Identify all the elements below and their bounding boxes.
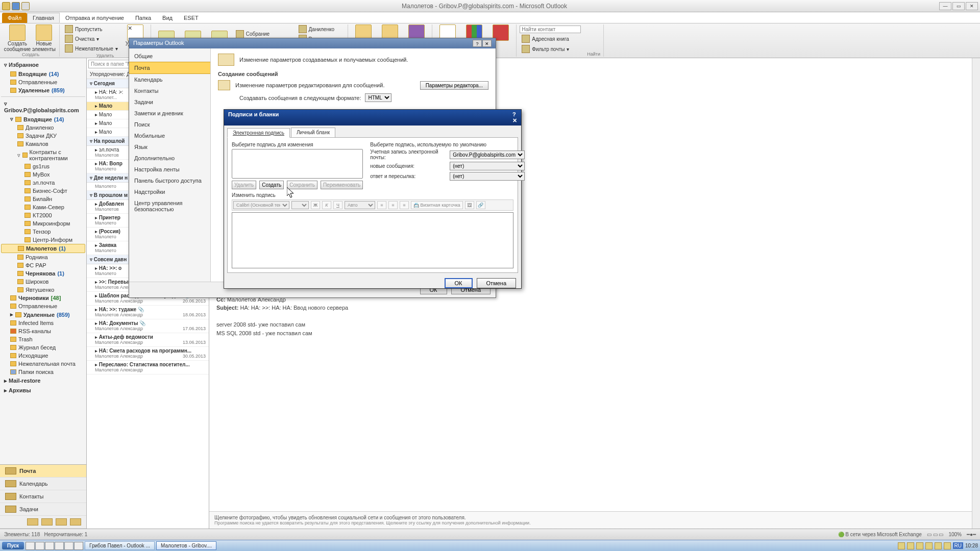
start-button[interactable]: Пуск [2,542,24,549]
close-button[interactable]: ✕ [966,2,978,10]
folder-chernyakova[interactable]: Чернякова (1) [1,269,85,278]
close-button[interactable]: ✕ [482,40,492,47]
folder-maloletov[interactable]: Малолетов (1) [1,244,85,253]
picture-button[interactable]: 🖼 [465,201,474,209]
opt-nav-mobile[interactable]: Мобильные [129,130,210,141]
folder-gs1rus[interactable]: gs1rus [1,162,85,170]
ql-icon[interactable] [74,542,83,550]
editor-options-button[interactable]: Параметры редактора... [420,81,488,90]
tray-icon[interactable] [898,542,905,549]
folder-deleted[interactable]: ▸ Удаленные (859) [1,310,85,319]
italic-button[interactable]: К [322,201,331,209]
folder-journal[interactable]: Журнал бесед [1,343,85,352]
folder-tensor[interactable]: Тензор [1,228,85,236]
meeting-button[interactable]: Собрание [234,30,295,39]
tab-folder[interactable]: Папка [130,13,157,23]
save-icon[interactable] [12,2,20,10]
ql-icon[interactable] [55,542,64,550]
folder-kamisever[interactable]: Ками-Север [1,203,85,211]
folder-sent[interactable]: Отправленные [1,302,85,310]
align-right-button[interactable]: ≡ [400,201,409,209]
folder-danilenko[interactable]: Даниленко [1,123,85,132]
ql-icon[interactable] [45,542,54,550]
folder-search[interactable]: Папки поиска [1,368,85,376]
nav-contacts-button[interactable]: Контакты [0,490,86,503]
sig-titlebar[interactable]: Подписи и бланки ?✕ [224,110,521,126]
nav-mail-button[interactable]: Почта [0,465,86,478]
fav-deleted[interactable]: Удаленные (859) [1,86,85,94]
folder-microinform[interactable]: Микроинформ [1,219,85,228]
tab-esignature[interactable]: Электронная подпись [227,128,290,138]
fav-inbox[interactable]: Входящие (14) [1,70,85,78]
folder-yavtushenko[interactable]: Явтушенко [1,286,85,294]
ignore-button[interactable]: Пропустить [63,24,120,34]
opt-nav-notes[interactable]: Заметки и дневник [129,108,210,119]
minimize-button[interactable]: — [939,2,951,10]
nav-shortcuts-icon[interactable] [56,518,67,525]
filter-mail-button[interactable]: Фильтр почты ▾ [520,44,581,54]
opt-nav-calendar[interactable]: Календарь [129,74,210,85]
folder-centerinform[interactable]: Центр-Информ [1,236,85,244]
opt-nav-qat[interactable]: Панель быстрого доступа [129,175,210,186]
folder-infected[interactable]: Infected Items [1,319,85,327]
tray-icon[interactable] [925,542,933,549]
close-button[interactable]: ✕ [512,117,517,124]
underline-button[interactable]: Ч [333,201,342,209]
msg-item[interactable]: ▸ HA: Смета расходов на программн...Мало… [87,347,209,361]
ql-icon[interactable] [35,542,44,550]
format-select[interactable]: HTML [365,93,391,102]
fontsize-select[interactable] [291,201,309,209]
folder-outbox[interactable]: Исходящие [1,352,85,360]
tab-home[interactable]: Главная [27,13,60,23]
folder-junk[interactable]: Нежелательная почта [1,360,85,368]
folder-kt2000[interactable]: КТ2000 [1,211,85,219]
sig-new-button[interactable]: Создать [259,181,284,189]
address-book-button[interactable]: Адресная книга [520,34,581,43]
account-header[interactable]: ▿ Gribov.P@globalspirits.com [1,99,85,115]
link-button[interactable]: 🔗 [476,201,485,209]
folder-tree[interactable]: ▿ Избранное Входящие (14) Отправленные У… [0,58,86,464]
msg-item[interactable]: ▸ HA: >>: тудаже 📎Малолетов Александр18.… [87,306,209,319]
folder-kamalov[interactable]: Камалов [1,140,85,148]
sig-ok-button[interactable]: ОК [445,278,473,288]
tray-clock[interactable]: 10:28 [965,543,978,548]
opt-nav-advanced[interactable]: Дополнительно [129,153,210,164]
newmsg-select[interactable]: (нет) [450,162,525,170]
scrollbar[interactable] [972,58,980,529]
opt-nav-tasks[interactable]: Задачи [129,96,210,108]
zoom-slider[interactable]: ━●━ [967,532,976,537]
msg-item[interactable]: ▸ Акты-деф ведомостиМалолетов Александр1… [87,333,209,347]
taskbar-item[interactable]: Грибов Павел - Outlook ... [85,541,155,550]
color-select[interactable]: Авто [345,201,375,209]
reply-select[interactable]: (нет) [450,172,525,181]
sig-rename-button[interactable]: Переименовать [321,181,363,189]
folder-elpochta[interactable]: эл.почта [1,179,85,187]
opt-nav-language[interactable]: Язык [129,141,210,153]
bizcard-button[interactable]: 📇 Визитная карточка [411,201,463,209]
taskbar-item[interactable]: Малолетов - Gribov.... [156,541,216,550]
opt-nav-general[interactable]: Общие [129,51,210,62]
outlook-icon[interactable] [2,2,10,10]
tab-file[interactable]: Файл [2,13,27,23]
maximize-button[interactable]: ▭ [952,2,965,10]
tab-view[interactable]: Вид [157,13,178,23]
sig-cancel-button[interactable]: Отмена [477,278,516,288]
folder-rodnina[interactable]: Роднина [1,253,85,261]
tray-icon[interactable] [916,542,923,549]
social-connector[interactable]: Щелкните фотографию, чтобы увидеть обнов… [209,511,980,529]
sig-save-button[interactable]: Сохранить [287,181,317,189]
tray-icon[interactable] [907,542,914,549]
junk-button[interactable]: Нежелательные ▾ [63,44,120,53]
bold-button[interactable]: Ж [311,201,320,209]
tray-icon[interactable] [935,542,942,549]
folder-drafts[interactable]: Черновики [48] [1,294,85,302]
folder-inbox[interactable]: ▿ Входящие (14) [1,115,85,123]
opt-nav-addins[interactable]: Надстройки [129,186,210,197]
msg-item[interactable]: ▸ HA: Документы 📎Малолетов Александр17.0… [87,319,209,333]
folder-shirokov[interactable]: Широков [1,278,85,286]
nav-notes-icon[interactable] [27,518,38,525]
folder-dku[interactable]: Задачи ДКУ [1,132,85,140]
folder-bizsoft[interactable]: Бизнес-Софт [1,187,85,195]
ql-icon[interactable] [64,542,74,550]
folder-rss[interactable]: RSS-каналы [1,327,85,335]
